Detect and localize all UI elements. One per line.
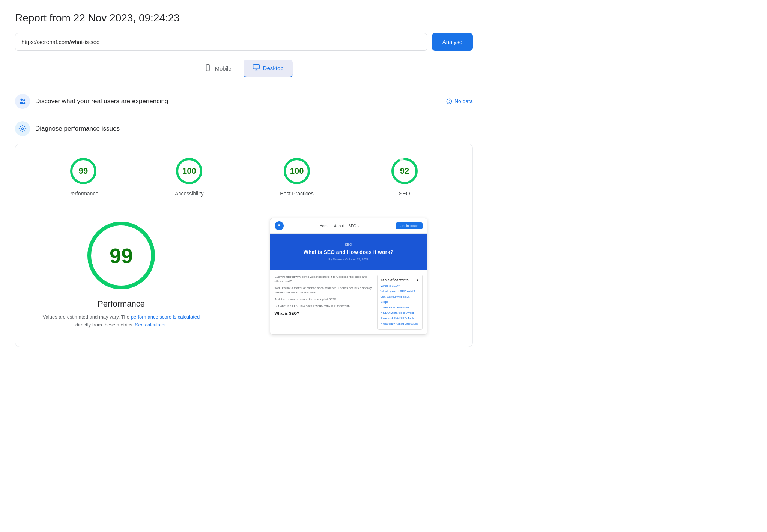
preview-nav-link: SEO ∨: [348, 224, 360, 228]
scores-row: 99 Performance 100 Accessibility 100 Bes…: [30, 156, 457, 206]
report-title: Report from 22 Nov 2023, 09:24:23: [15, 12, 473, 24]
real-users-title: Discover what your real users are experi…: [35, 98, 168, 105]
preview-toc-title: Table of contents ▲: [381, 278, 419, 282]
score-value: 92: [400, 166, 409, 176]
no-data-label: No data: [454, 98, 473, 104]
preview-hero-meta: By Serena • October 22, 2023: [276, 258, 421, 261]
score-label: Best Practices: [280, 191, 313, 197]
score-value: 100: [290, 166, 304, 176]
desktop-icon: [253, 63, 260, 73]
toc-item: Free and Paid SEO Tools: [381, 316, 419, 321]
score-item-performance: 99 Performance: [68, 156, 98, 197]
real-users-left: Discover what your real users are experi…: [15, 94, 168, 109]
toc-item: Get started with SEO: 4 Steps: [381, 294, 419, 305]
analyse-button[interactable]: Analyse: [432, 33, 473, 51]
preview-cta-button: Get in Touch: [396, 222, 422, 229]
detail-left: 99 Performance Values are estimated and …: [30, 218, 224, 335]
preview-body: Ever wondered why some websites make it …: [270, 270, 427, 334]
tab-mobile[interactable]: Mobile: [195, 60, 240, 77]
preview-hero: SEO What is SEO and How does it work? By…: [270, 234, 427, 270]
preview-content: Ever wondered why some websites make it …: [275, 275, 373, 330]
preview-hero-title: What is SEO and How does it work?: [276, 249, 421, 255]
score-value: 99: [79, 166, 88, 176]
real-users-banner: Discover what your real users are experi…: [15, 88, 473, 115]
svg-point-9: [449, 102, 449, 102]
score-circle: 92: [390, 156, 420, 186]
svg-point-10: [21, 128, 24, 130]
url-bar: Analyse: [15, 33, 473, 51]
big-score-circle: 99: [84, 218, 159, 293]
preview-toc-items: What is SEO?What types of SEO exist?Get …: [381, 283, 419, 326]
scores-card: 99 Performance 100 Accessibility 100 Bes…: [15, 144, 473, 347]
device-tabs: Mobile Desktop: [15, 60, 473, 77]
tab-desktop-label: Desktop: [263, 65, 284, 71]
site-preview: S HomeAboutSEO ∨ Get in Touch SEO What i…: [270, 218, 427, 335]
preview-nav-link: About: [334, 224, 344, 228]
big-score-number: 99: [110, 243, 133, 268]
tab-mobile-label: Mobile: [215, 65, 231, 72]
mobile-icon: [204, 64, 212, 73]
score-circle: 100: [174, 156, 204, 186]
preview-paragraph: Ever wondered why some websites make it …: [275, 275, 373, 284]
performance-score-link[interactable]: performance score is calculated: [131, 314, 200, 320]
preview-paragraph: But what is SEO? How does it work? Why i…: [275, 304, 373, 308]
score-circle: 99: [68, 156, 98, 186]
score-item-seo: 92 SEO: [390, 156, 420, 197]
preview-hero-sub: SEO: [276, 243, 421, 246]
score-label: SEO: [399, 191, 410, 197]
score-item-accessibility: 100 Accessibility: [174, 156, 204, 197]
svg-point-5: [21, 99, 23, 101]
diagnose-icon: [15, 121, 30, 136]
svg-rect-2: [253, 65, 259, 69]
score-label: Performance: [68, 191, 98, 197]
big-score-description: Values are estimated and may vary. The p…: [43, 313, 200, 329]
preview-paragraph: And it all revolves around the concept o…: [275, 297, 373, 302]
detail-section: 99 Performance Values are estimated and …: [30, 206, 457, 335]
url-input[interactable]: [15, 33, 427, 51]
score-item-best-practices: 100 Best Practices: [280, 156, 313, 197]
score-value: 100: [182, 166, 196, 176]
diagnose-section: Diagnose performance issues 99 Performan…: [15, 121, 473, 347]
svg-rect-0: [206, 65, 209, 71]
score-label: Accessibility: [175, 191, 203, 197]
real-users-icon: [15, 94, 30, 109]
toc-item: Frequently Asked Questions: [381, 321, 419, 326]
toc-item: 4 SEO Mistakes to Avoid: [381, 310, 419, 316]
preview-nav-link: Home: [319, 224, 329, 228]
preview-body-heading: What is SEO?: [275, 311, 373, 316]
preview-nav-links: HomeAboutSEO ∨: [319, 224, 360, 228]
no-data-indicator: No data: [446, 98, 473, 104]
svg-point-6: [23, 99, 25, 101]
tab-desktop[interactable]: Desktop: [244, 60, 293, 77]
big-score-label: Performance: [98, 299, 145, 309]
detail-right: S HomeAboutSEO ∨ Get in Touch SEO What i…: [239, 218, 457, 335]
diagnose-banner: Diagnose performance issues: [15, 121, 473, 136]
diagnose-title: Diagnose performance issues: [35, 125, 120, 132]
calculator-link[interactable]: See calculator.: [135, 322, 167, 328]
toc-item: What types of SEO exist?: [381, 289, 419, 294]
score-circle: 100: [282, 156, 312, 186]
preview-logo: S: [275, 221, 284, 230]
preview-nav: S HomeAboutSEO ∨ Get in Touch: [270, 218, 427, 234]
toc-item: 5 SEO Best Practices: [381, 305, 419, 310]
toc-item: What is SEO?: [381, 283, 419, 289]
preview-toc: Table of contents ▲ What is SEO?What typ…: [377, 275, 423, 330]
preview-paragraph: Well, it's not a matter of chance or coi…: [275, 286, 373, 295]
